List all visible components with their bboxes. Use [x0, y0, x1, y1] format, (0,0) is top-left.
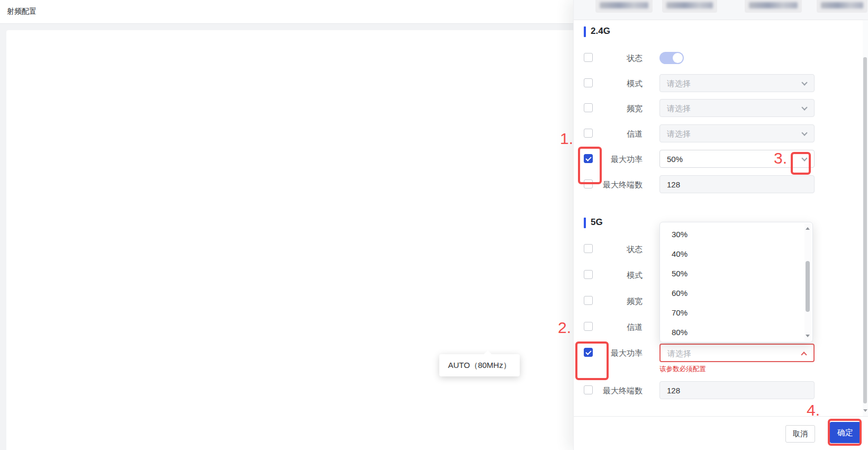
cancel-button[interactable]: 取消 [785, 425, 815, 443]
chevron-down-icon[interactable] [801, 79, 807, 85]
scroll-down-icon[interactable] [806, 335, 810, 339]
param-label: 模式 [584, 79, 643, 89]
param-label: 状态 [584, 53, 643, 64]
param-label: 模式 [584, 271, 643, 281]
tooltip-text: AUTO（80MHz） [448, 361, 511, 370]
param-label: 最大终端数 [584, 386, 643, 396]
bandwidth-tooltip: AUTO（80MHz） [439, 354, 520, 376]
drawer-section-bar [584, 26, 586, 37]
param-label: 状态 [584, 245, 643, 255]
drawer-section-title-5G: 5G [591, 217, 603, 228]
redacted-chip [817, 0, 867, 13]
status-toggle[interactable] [659, 52, 684, 64]
footer-divider [574, 416, 868, 417]
dropdown-option-70%[interactable]: 70% [660, 303, 802, 322]
scrollbar-thumb[interactable] [806, 261, 810, 312]
param-label: 频宽 [584, 104, 643, 114]
redacted-chip [662, 0, 717, 13]
select-value: 请选择 [667, 79, 691, 89]
dropdown-scrollbar[interactable] [804, 223, 811, 341]
chevron-up-icon[interactable] [801, 352, 807, 357]
drawer-scroll-down-icon[interactable] [863, 409, 867, 414]
select-value: 请选择 [667, 104, 691, 114]
chevron-down-icon[interactable] [801, 104, 807, 110]
param-label: 信道 [584, 129, 643, 139]
drawer-scrollbar-thumb[interactable] [863, 57, 867, 403]
param-select-频宽[interactable]: 请选择 [659, 99, 815, 117]
redacted-chip [745, 0, 802, 13]
dropdown-option-50%[interactable]: 50% [660, 264, 802, 283]
drawer-section-bar [584, 218, 586, 228]
param-label: 信道 [584, 322, 643, 332]
page-title: 射频配置 [7, 7, 37, 16]
input-value: 128 [667, 386, 680, 395]
annotation-step-4: 4. [807, 401, 820, 419]
input-value: 128 [667, 180, 680, 189]
scroll-up-icon[interactable] [806, 225, 810, 230]
select-placeholder: 请选择 [667, 349, 691, 359]
redacted-chip [595, 0, 653, 13]
dropdown-option-80%[interactable]: 80% [660, 322, 802, 342]
dropdown-option-30%[interactable]: 30% [660, 224, 802, 244]
select-value: 请选择 [667, 129, 691, 139]
screen: 射频配置 无线射频配置 批量配置 射频拆分 2.4G5G5G-2 全部 状态 设… [0, 0, 868, 450]
annotation-box-3 [791, 152, 811, 175]
param-select-信道[interactable]: 请选择 [659, 124, 815, 142]
annotation-box-4 [828, 419, 862, 446]
annotation-box-1 [578, 147, 602, 184]
param-select-最大功率[interactable]: 请选择 [659, 344, 815, 362]
param-input-最大终端数[interactable]: 128 [659, 175, 815, 193]
param-select-模式[interactable]: 请选择 [659, 74, 815, 92]
param-input-最大终端数[interactable]: 128 [659, 381, 815, 399]
chevron-down-icon[interactable] [801, 130, 807, 136]
select-value: 50% [667, 155, 683, 164]
annotation-step-1: 1. [560, 130, 573, 148]
config-drawer: 2.4G状态模式请选择频宽请选择信道请选择最大功率50%最大终端数1285G状态… [573, 0, 868, 450]
dropdown-option-60%[interactable]: 60% [660, 283, 802, 303]
annotation-step-3: 3. [774, 149, 787, 167]
annotation-box-2 [575, 341, 609, 380]
drawer-section-title-2.4G: 2.4G [591, 26, 610, 37]
validation-error-text: 该参数必须配置 [659, 365, 706, 374]
max-power-dropdown: 30%40%50%60%70%80% [659, 222, 813, 343]
drawer-scrollbar[interactable] [863, 20, 868, 416]
dropdown-option-40%[interactable]: 40% [660, 244, 802, 264]
annotation-step-2: 2. [558, 319, 571, 337]
param-label: 频宽 [584, 296, 643, 307]
